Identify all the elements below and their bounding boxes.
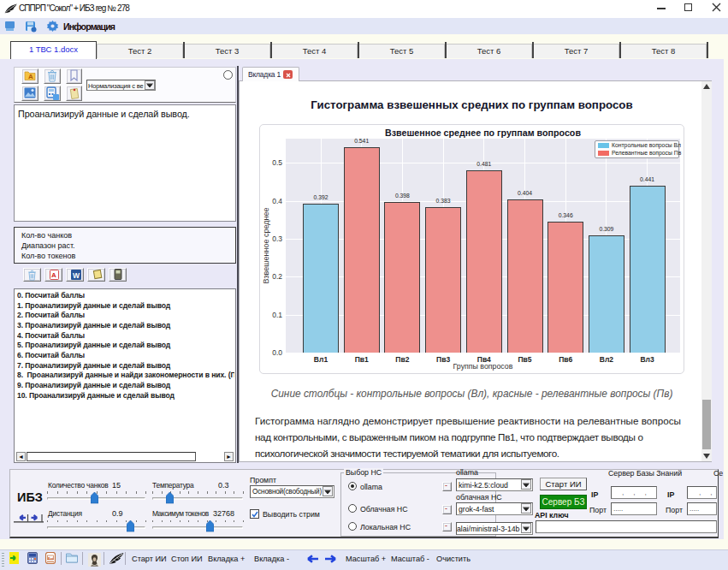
svg-text:A: A: [28, 73, 33, 80]
svg-text:Ext: Ext: [48, 556, 54, 561]
svg-text:W: W: [73, 271, 80, 280]
svg-text:A: A: [51, 271, 56, 279]
